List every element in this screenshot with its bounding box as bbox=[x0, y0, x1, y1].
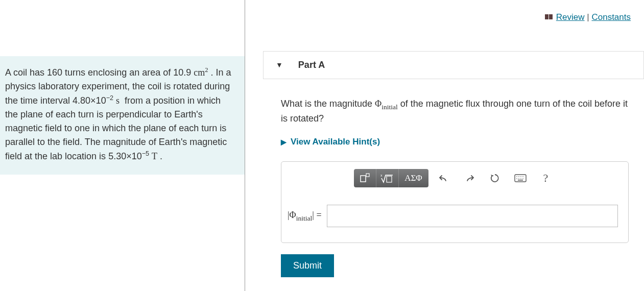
svg-point-7 bbox=[516, 177, 517, 178]
help-button[interactable]: ? bbox=[536, 169, 556, 187]
svg-rect-3 bbox=[366, 174, 369, 177]
constants-link[interactable]: Constants bbox=[591, 12, 631, 22]
svg-rect-0 bbox=[545, 14, 548, 19]
answer-input[interactable] bbox=[327, 205, 618, 227]
keyboard-button[interactable] bbox=[510, 169, 531, 187]
svg-point-13 bbox=[520, 179, 521, 180]
answer-panel: Review | Constants ▼ Part A What is the … bbox=[245, 0, 644, 291]
undo-button[interactable] bbox=[434, 169, 454, 187]
problem-panel: A coil has 160 turns enclosing an area o… bbox=[0, 0, 245, 291]
chevron-right-icon: ▶ bbox=[281, 138, 287, 146]
redo-button[interactable] bbox=[459, 169, 480, 187]
hints-label: View Available Hint(s) bbox=[291, 137, 380, 147]
collapse-caret-icon[interactable]: ▼ bbox=[276, 61, 283, 69]
part-header[interactable]: ▼ Part A bbox=[263, 51, 644, 79]
svg-point-12 bbox=[518, 179, 519, 180]
review-link[interactable]: Review bbox=[556, 12, 585, 22]
svg-rect-5 bbox=[387, 176, 392, 182]
question-text: What is the magnitude Φinitial of the ma… bbox=[281, 97, 629, 126]
svg-point-11 bbox=[516, 179, 517, 180]
problem-statement: A coil has 160 turns enclosing an area o… bbox=[0, 56, 245, 175]
svg-point-10 bbox=[522, 177, 523, 178]
svg-rect-15 bbox=[518, 180, 523, 181]
greek-button[interactable]: ΑΣΦ bbox=[399, 169, 428, 187]
view-hints-button[interactable]: ▶ View Available Hint(s) bbox=[281, 137, 629, 147]
svg-text:x: x bbox=[380, 174, 383, 177]
answer-box: x ΑΣΦ ? |Φinitial| = bbox=[281, 161, 629, 243]
variable-label: |Φinitial| = bbox=[288, 210, 322, 223]
template-button[interactable] bbox=[354, 169, 376, 187]
radical-button[interactable]: x bbox=[376, 169, 399, 187]
svg-point-14 bbox=[522, 179, 523, 180]
part-label: Part A bbox=[298, 60, 325, 70]
svg-rect-1 bbox=[549, 14, 553, 19]
svg-rect-6 bbox=[515, 175, 526, 182]
book-icon bbox=[545, 13, 554, 23]
reset-button[interactable] bbox=[485, 169, 505, 187]
top-links: Review | Constants bbox=[245, 0, 644, 23]
svg-point-8 bbox=[518, 177, 519, 178]
submit-button[interactable]: Submit bbox=[281, 254, 334, 277]
equation-toolbar: x ΑΣΦ ? bbox=[281, 162, 628, 191]
svg-point-9 bbox=[520, 177, 521, 178]
svg-rect-2 bbox=[361, 176, 366, 182]
